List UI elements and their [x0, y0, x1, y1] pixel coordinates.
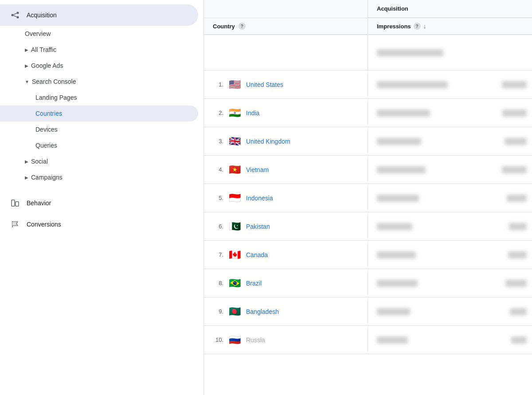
- sidebar-item-all-traffic[interactable]: ▶ All Traffic: [0, 42, 198, 58]
- country-cell: 7. 🇨🇦 Canada: [204, 243, 368, 267]
- row-number: 3.: [213, 138, 223, 145]
- sidebar-item-search-console[interactable]: ▼ Search Console: [0, 74, 198, 90]
- impressions-bar: [377, 195, 419, 202]
- row-number: 10.: [213, 336, 223, 343]
- flag-emoji: 🇮🇩: [229, 192, 241, 204]
- table-header-group: Acquisition: [204, 0, 532, 18]
- impressions-bar: [377, 251, 416, 258]
- overview-label: Overview: [25, 30, 51, 37]
- table-row: 3. 🇬🇧 United Kingdom: [204, 127, 532, 156]
- conversions-label: Conversions: [27, 221, 61, 228]
- row-number: 2.: [213, 110, 223, 116]
- row-number: 9.: [213, 308, 223, 315]
- sidebar-item-google-ads[interactable]: ▶ Google Ads: [0, 58, 198, 74]
- table-row: 9. 🇧🇩 Bangladesh: [204, 297, 532, 326]
- acquisition-label: Acquisition: [27, 12, 57, 19]
- impressions-cell: [368, 217, 497, 236]
- sidebar-item-overview[interactable]: Overview: [0, 26, 198, 42]
- row-number: 4.: [213, 166, 223, 173]
- flag-emoji: 🇮🇳: [229, 107, 241, 119]
- extra-bar: [505, 138, 527, 145]
- row-number: 5.: [213, 195, 223, 201]
- sidebar-item-countries[interactable]: Countries: [0, 106, 198, 121]
- country-cell: 1. 🇺🇸 United States: [204, 73, 368, 97]
- sidebar-item-devices[interactable]: Devices: [0, 121, 198, 137]
- flag-emoji: 🇻🇳: [229, 164, 241, 176]
- extra-bar: [509, 223, 527, 230]
- impressions-cell: [368, 245, 497, 265]
- extra-data-cell: [497, 217, 532, 236]
- queries-label: Queries: [35, 142, 57, 149]
- row-number: 1.: [213, 81, 223, 88]
- chevron-right-icon: ▶: [25, 47, 28, 52]
- country-cell: 4. 🇻🇳 Vietnam: [204, 158, 368, 182]
- svg-line-4: [13, 16, 16, 17]
- row-number: 7.: [213, 251, 223, 258]
- country-cell: 5. 🇮🇩 Indonesia: [204, 186, 368, 210]
- extra-bar: [508, 251, 527, 258]
- sidebar-item-queries[interactable]: Queries: [0, 137, 198, 153]
- impressions-cell: [368, 302, 497, 321]
- landing-pages-label: Landing Pages: [35, 94, 77, 101]
- sidebar-item-acquisition[interactable]: Acquisition: [0, 4, 198, 26]
- sidebar-item-conversions[interactable]: Conversions: [0, 214, 198, 235]
- country-name-link[interactable]: Bangladesh: [246, 308, 279, 315]
- country-help-icon[interactable]: ?: [239, 23, 246, 30]
- sort-descending-icon[interactable]: ↓: [423, 23, 426, 30]
- impressions-help-icon[interactable]: ?: [414, 23, 421, 30]
- row-number: 8.: [213, 280, 223, 286]
- extra-data-cell: [497, 330, 532, 350]
- country-name-link[interactable]: Canada: [246, 251, 268, 258]
- table-row: 1. 🇺🇸 United States: [204, 70, 532, 99]
- svg-point-0: [12, 14, 14, 16]
- extra-bar: [502, 110, 527, 117]
- chevron-down-icon: ▼: [25, 79, 29, 84]
- country-name-link[interactable]: United States: [246, 81, 283, 88]
- country-name-link[interactable]: Vietnam: [246, 166, 269, 173]
- sidebar-item-social[interactable]: ▶ Social: [0, 153, 198, 169]
- impressions-cell: [368, 274, 497, 293]
- extra-data-cell: [497, 103, 532, 123]
- impressions-cell: [368, 132, 497, 151]
- extra-data-cell: [497, 75, 532, 94]
- table-row: 7. 🇨🇦 Canada: [204, 241, 532, 269]
- extra-bar: [507, 195, 527, 202]
- country-name-link[interactable]: India: [246, 110, 259, 117]
- flag-icon: [9, 218, 21, 231]
- sidebar-item-behavior[interactable]: Behavior: [0, 192, 198, 214]
- extra-data-cell: [497, 188, 532, 208]
- country-label: Country: [213, 23, 235, 30]
- svg-line-3: [13, 13, 16, 15]
- table-row: 6. 🇵🇰 Pakistan: [204, 212, 532, 241]
- country-cell: 10. 🇷🇺 Russia: [204, 328, 368, 352]
- country-name-link[interactable]: Indonesia: [246, 195, 273, 202]
- impressions-bar: [377, 166, 426, 173]
- country-name-link[interactable]: Brazil: [246, 280, 262, 287]
- impressions-column-label[interactable]: Impressions ? ↓: [368, 18, 532, 34]
- impressions-bar: [377, 81, 448, 88]
- sidebar-item-landing-pages[interactable]: Landing Pages: [0, 90, 198, 106]
- impressions-bar: [377, 138, 421, 145]
- table-column-headers: Country ? Impressions ? ↓: [204, 18, 532, 35]
- impressions-cell: [368, 330, 497, 350]
- main-content: Acquisition Country ? Impressions ? ↓: [204, 0, 532, 395]
- impressions-cell: [368, 188, 497, 208]
- country-name-link[interactable]: United Kingdom: [246, 138, 290, 145]
- totals-bar: [377, 49, 443, 56]
- country-column-header: [204, 0, 368, 18]
- flag-emoji: 🇧🇩: [229, 306, 241, 317]
- table-row: 5. 🇮🇩 Indonesia: [204, 184, 532, 212]
- impressions-bar: [377, 336, 408, 344]
- totals-row: [204, 35, 532, 70]
- totals-country-cell: [204, 35, 368, 70]
- flag-emoji: 🇨🇦: [229, 249, 241, 261]
- campaigns-label: Campaigns: [31, 174, 63, 181]
- all-traffic-label: All Traffic: [31, 46, 56, 53]
- countries-label: Countries: [35, 110, 62, 117]
- country-name-link[interactable]: Pakistan: [246, 223, 270, 230]
- extra-data-cell: [497, 132, 532, 151]
- country-name-link[interactable]: Russia: [246, 336, 265, 344]
- data-table: Acquisition Country ? Impressions ? ↓: [204, 0, 532, 354]
- behavior-icon: [9, 197, 21, 209]
- sidebar-item-campaigns[interactable]: ▶ Campaigns: [0, 169, 198, 185]
